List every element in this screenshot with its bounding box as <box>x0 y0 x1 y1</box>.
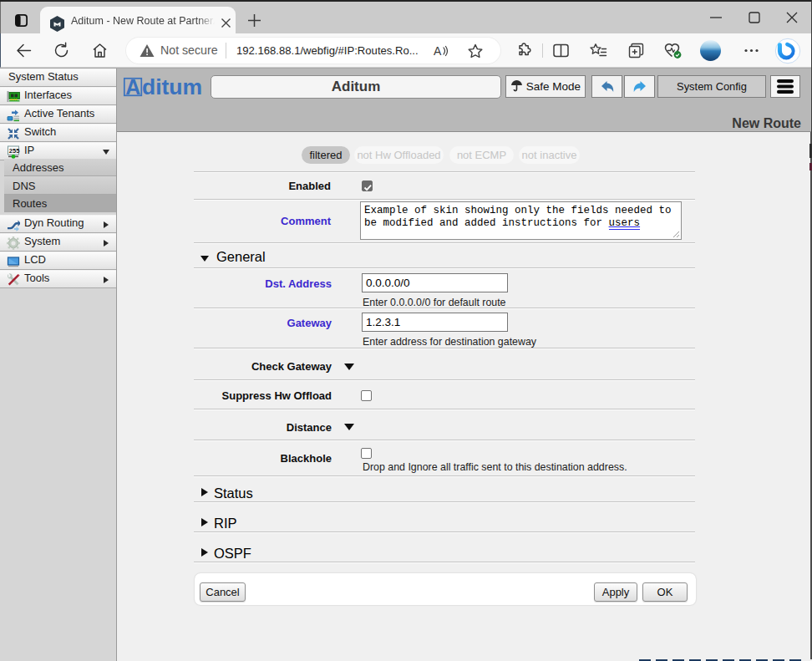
svg-text:A: A <box>125 77 140 99</box>
svg-text:A: A <box>434 44 442 58</box>
svg-text:ditum: ditum <box>142 77 202 99</box>
svg-text:255: 255 <box>9 147 20 155</box>
